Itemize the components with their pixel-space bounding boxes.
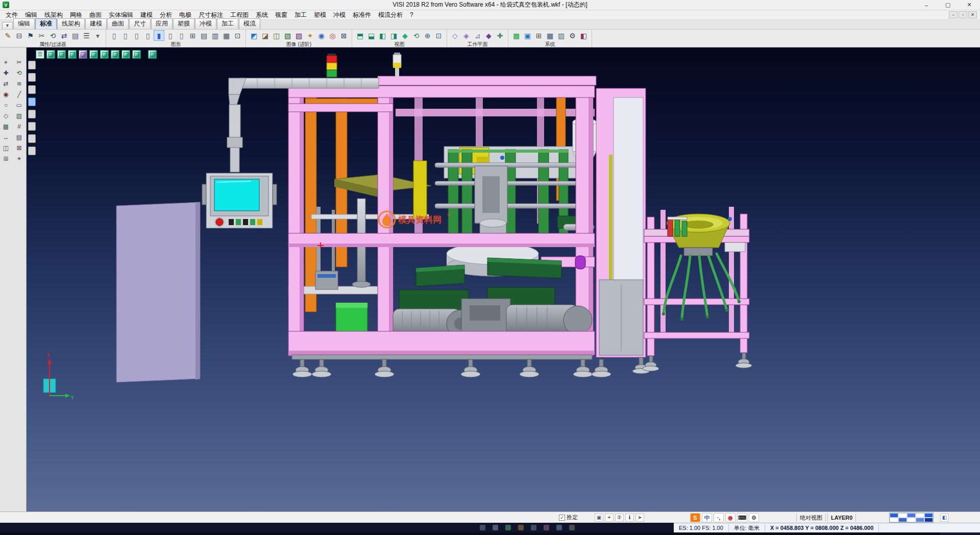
pin-checkbox[interactable]: ✓ (559, 515, 565, 521)
dimension-icon[interactable]: ↔ (1, 133, 11, 142)
bottom-view-icon[interactable] (111, 50, 119, 59)
workplane-xy-icon[interactable]: ◇ (450, 30, 460, 41)
attr-filter-icon[interactable]: ⚑ (25, 30, 36, 41)
menu-item-18[interactable]: 模流分析 (375, 10, 406, 20)
solid-icon[interactable]: ▩ (1, 122, 11, 131)
line-icon[interactable]: ╱ (14, 90, 24, 99)
view-zoom-icon[interactable]: ⊕ (422, 30, 433, 41)
view-bottom-icon[interactable]: ⬓ (366, 30, 377, 41)
image-halfrender-icon[interactable]: ◫ (271, 30, 282, 41)
taskbar-tray-icon-1[interactable] (480, 525, 485, 530)
active-layer-label[interactable]: LAYER0 (827, 514, 856, 522)
layer-swatch-10[interactable] (924, 518, 933, 522)
back-view-icon[interactable] (100, 50, 109, 59)
tab-9[interactable]: 冲模 (195, 18, 216, 29)
graphics-plane-4-icon[interactable]: ▯ (142, 30, 153, 41)
layer-color-swatches[interactable] (889, 513, 934, 523)
rect-icon[interactable]: ▭ (14, 101, 24, 110)
image-hatch-icon[interactable]: ▧ (282, 30, 293, 41)
taskbar-tray-icon-2[interactable] (493, 525, 498, 530)
quick-view-button-2[interactable] (28, 73, 36, 82)
left-view-icon[interactable] (89, 50, 98, 59)
quick-view-button-8[interactable] (28, 147, 36, 155)
iso2-view-icon[interactable] (121, 50, 130, 59)
status-info-icon[interactable]: ℹ (625, 514, 634, 522)
layer-swatch-3[interactable] (907, 513, 916, 518)
workplane-yz-icon[interactable]: ◈ (461, 30, 472, 41)
layer-swatch-7[interactable] (898, 518, 907, 522)
graphics-cols-icon[interactable]: ▥ (210, 30, 220, 41)
system-calc-icon[interactable]: ▦ (545, 30, 555, 41)
image-target-icon[interactable]: ◉ (316, 30, 327, 41)
status-layer2-icon[interactable]: ② (615, 514, 624, 522)
maximize-button[interactable]: ▢ (937, 0, 959, 10)
doc-restore-button[interactable]: ▫ (959, 11, 967, 18)
layer-swatch-9[interactable] (916, 518, 924, 522)
tab-6[interactable]: 尺寸 (129, 18, 151, 29)
tab-dropdown-button[interactable]: ▼ (2, 22, 13, 29)
mirror-icon[interactable]: ⇄ (1, 79, 11, 88)
tab-7[interactable]: 应用 (151, 18, 173, 29)
layer-swatch-1[interactable] (890, 513, 898, 518)
tab-11[interactable]: 模流 (239, 18, 260, 29)
ime-mode-icon[interactable]: 中 (702, 513, 712, 522)
sogou-logo-icon[interactable]: S (690, 513, 700, 522)
trim-icon[interactable]: ✂ (14, 58, 24, 67)
offset-icon[interactable]: ≋ (14, 79, 24, 88)
attr-layers-icon[interactable]: ▤ (70, 30, 81, 41)
graphics-plane-6-icon[interactable]: ▯ (176, 30, 187, 41)
status-render-icon[interactable]: ✦ (605, 514, 614, 522)
status-arrow-icon[interactable]: ➤ (635, 514, 644, 522)
doc-close-button[interactable]: ✕ (968, 11, 977, 18)
view-fit-icon[interactable]: ⊡ (433, 30, 444, 41)
iso-view-icon[interactable] (46, 50, 55, 59)
taskbar-tray-icon-4[interactable] (518, 525, 524, 530)
taskbar-tray-icon-6[interactable] (544, 525, 549, 530)
menu-item-15[interactable]: 塑模 (310, 10, 330, 20)
quick-view-button-3[interactable] (28, 85, 36, 94)
layer-swatch-6[interactable] (890, 518, 898, 522)
tab-3[interactable]: 线架构 (57, 18, 85, 29)
ime-keyboard-icon[interactable]: ⌨ (737, 513, 747, 522)
ime-toolbox-icon[interactable]: ⚙ (749, 513, 759, 522)
dynamic-view-icon[interactable] (148, 50, 157, 59)
layer-icon[interactable]: ▤ (14, 133, 24, 142)
attr-edit-icon[interactable]: ✎ (3, 30, 13, 41)
image-wireframe-icon[interactable]: ◪ (260, 30, 271, 41)
layer-swatch-2[interactable] (898, 513, 907, 518)
graphics-rows-icon[interactable]: ▤ (199, 30, 209, 41)
quick-view-button-7[interactable] (28, 134, 36, 143)
layer-swatch-5[interactable] (924, 513, 933, 518)
viewport[interactable]: ☰ (27, 47, 980, 512)
taskbar-tray-icon-7[interactable] (556, 525, 562, 530)
system-snap-icon[interactable]: ⊞ (533, 30, 544, 41)
close-button[interactable]: ✕ (959, 0, 980, 10)
status-grid-icon[interactable]: ▣ (595, 514, 603, 522)
system-grid-icon[interactable]: ▩ (511, 30, 522, 41)
toolbar-overflow-icon[interactable]: ▾ (92, 30, 103, 41)
image-ring-icon[interactable]: ◎ (327, 30, 338, 41)
graphics-cells-icon[interactable]: ▦ (221, 30, 232, 41)
explode-icon[interactable]: ✦ (14, 154, 24, 163)
tab-5[interactable]: 曲面 (107, 18, 129, 29)
attr-swap-icon[interactable]: ⇄ (59, 30, 69, 41)
right-view-icon[interactable] (79, 50, 87, 59)
workplane-zx-icon[interactable]: ⊿ (472, 30, 483, 41)
menu-item-19[interactable]: ? (406, 11, 417, 19)
attr-list-icon[interactable]: ☰ (81, 30, 92, 41)
minimize-button[interactable]: – (916, 0, 937, 10)
workplane-custom-icon[interactable]: ◆ (483, 30, 494, 41)
taskbar-tray-icon-3[interactable] (505, 525, 511, 530)
attr-cut-icon[interactable]: ✂ (36, 30, 47, 41)
group-icon[interactable]: ⊞ (1, 154, 11, 163)
image-hatch2-icon[interactable]: ▨ (293, 30, 304, 41)
system-render-icon[interactable]: ◧ (578, 30, 589, 41)
attr-print-icon[interactable]: ⊟ (14, 30, 24, 41)
point-icon[interactable]: ◉ (1, 90, 11, 99)
graphics-plane-3-icon[interactable]: ▯ (131, 30, 142, 41)
front-view-icon[interactable] (68, 50, 77, 59)
ime-mic-icon[interactable]: ◉ (725, 513, 736, 522)
layer-swatch-8[interactable] (907, 518, 916, 522)
taskbar-tray-icon-5[interactable] (531, 525, 536, 530)
move-icon[interactable]: ✚ (1, 68, 11, 78)
